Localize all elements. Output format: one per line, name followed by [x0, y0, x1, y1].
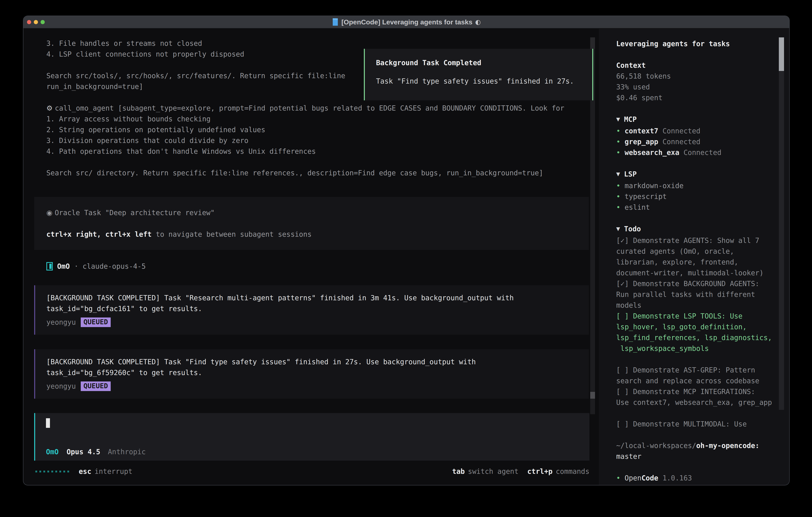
- log-line: 3. Division operations that could divide…: [46, 135, 592, 146]
- spinner-dot: [47, 471, 49, 472]
- todo-item: [✓] Demonstrate BACKGROUND AGENTS: Run p…: [616, 278, 778, 311]
- spinner-dot: [35, 471, 37, 472]
- context-used: 33% used: [616, 82, 778, 92]
- opencode-version-row: •OpenCode1.0.163: [616, 472, 778, 483]
- oracle-task-line: Oracle Task "Deep architecture review": [46, 207, 589, 218]
- collapse-triangle-icon: ▼: [616, 223, 620, 234]
- title-bar: [OpenCode] Leveraging agents for tasks ◐: [23, 16, 789, 28]
- spinner-dots-icon: [35, 471, 69, 472]
- status-dot-icon: •: [616, 148, 620, 157]
- background-task-toast[interactable]: Background Task Completed Task "Find typ…: [364, 49, 593, 100]
- status-dot-icon: •: [616, 474, 620, 482]
- message-user: yeongyu: [46, 317, 76, 328]
- oracle-hint-line: ctrl+x right, ctrl+x left to navigate be…: [46, 229, 589, 240]
- spinner-dot: [39, 471, 41, 472]
- workspace-path: ~/local-workspaces/oh-my-opencode:: [616, 440, 778, 451]
- background-task-message: [BACKGROUND TASK COMPLETED] Task "Find t…: [34, 349, 589, 399]
- context-spent: $0.46 spent: [616, 92, 778, 103]
- input-model-name: Opus 4.5: [66, 448, 100, 456]
- document-icon: [332, 18, 339, 26]
- esc-key-hint: esc: [79, 467, 91, 475]
- main-scrollbar-thumb[interactable]: [590, 392, 595, 399]
- todo-item: [ ] Demonstrate MULTIMODAL: Use: [616, 419, 778, 430]
- minimize-window-button[interactable]: [34, 20, 38, 24]
- context-heading: Context: [616, 60, 778, 71]
- input-agent-name: OmO: [46, 448, 59, 456]
- lsp-item: •typescript: [616, 191, 778, 202]
- log-line: 2. String operations on potentially unde…: [46, 124, 592, 135]
- status-dot-icon: •: [616, 193, 620, 200]
- todo-item: [ ] Demonstrate LSP TOOLS: Use lsp_hover…: [616, 311, 778, 354]
- input-provider-name: Anthropic: [108, 448, 146, 456]
- message-user: yeongyu: [46, 381, 76, 392]
- lsp-item: •markdown-oxide: [616, 180, 778, 191]
- lsp-section-header[interactable]: ▼LSP: [616, 169, 778, 180]
- todo-item: [✓] Demonstrate AGENTS: Show all 7 curat…: [616, 235, 778, 278]
- sidebar-scrollbar[interactable]: [779, 37, 784, 410]
- thinking-indicator-icon: ◐: [475, 18, 481, 26]
- agent-model: · claude-opus-4-5: [74, 262, 146, 270]
- esc-key-label: interrupt: [94, 467, 133, 475]
- tab-key-hint: tab: [452, 467, 465, 475]
- log-line: Search src/ directory. Return specific f…: [46, 167, 592, 178]
- status-bar: esc interrupt tab switch agent ctrl+p co…: [35, 466, 589, 477]
- message-body: [BACKGROUND TASK COMPLETED] Task "Resear…: [46, 293, 589, 314]
- mcp-item: •context7Connected: [616, 126, 778, 136]
- spinner-dot: [59, 471, 61, 472]
- sidebar: Leveraging agents for tasks Context 66,5…: [616, 38, 778, 483]
- text-cursor: [46, 418, 50, 428]
- collapse-triangle-icon: ▼: [616, 169, 620, 180]
- window-title-text: [OpenCode] Leveraging agents for tasks: [342, 18, 472, 26]
- status-dot-icon: •: [616, 127, 620, 135]
- log-line: 3. File handles or streams not closed: [46, 38, 592, 49]
- todo-item: [ ] Demonstrate MCP INTEGRATIONS: Use co…: [616, 386, 778, 408]
- spinner-dot: [67, 471, 69, 472]
- status-bar-right: tab switch agent ctrl+p commands: [452, 467, 589, 475]
- message-meta: yeongyu QUEUED: [46, 381, 589, 392]
- sidebar-scrollbar-thumb[interactable]: [779, 37, 784, 71]
- window-title: [OpenCode] Leveraging agents for tasks ◐: [332, 18, 481, 26]
- tool-call-line: call_omo_agent [subagent_type=explore, p…: [46, 103, 592, 113]
- agent-header: OmO · claude-opus-4-5: [46, 261, 146, 272]
- zoom-window-button[interactable]: [40, 20, 45, 24]
- todo-section-header[interactable]: ▼Todo: [616, 223, 778, 235]
- log-line: 1. Array access without bounds checking: [46, 113, 592, 124]
- input-meta: OmO Opus 4.5 Anthropic: [46, 448, 146, 456]
- status-dot-icon: •: [616, 138, 620, 146]
- message-meta: yeongyu QUEUED: [46, 317, 589, 328]
- tab-key-label: switch agent: [468, 467, 519, 475]
- mcp-item: •websearch_exaConnected: [616, 147, 778, 158]
- queued-badge: QUEUED: [81, 381, 111, 391]
- oracle-hint-keys: ctrl+x right, ctrl+x left: [46, 230, 152, 238]
- prompt-input[interactable]: OmO Opus 4.5 Anthropic: [34, 413, 589, 461]
- log-line: [46, 157, 592, 167]
- workspace-branch: master: [616, 451, 778, 462]
- status-dot-icon: •: [616, 203, 620, 211]
- spinner-dot: [51, 471, 53, 472]
- oracle-task-icon: [46, 209, 55, 217]
- ctrlp-key-label: commands: [556, 467, 589, 475]
- toast-body: Task "Find type safety issues" finished …: [376, 77, 592, 85]
- close-window-button[interactable]: [27, 20, 31, 24]
- main-scrollbar-cap: [590, 37, 595, 49]
- log-line: 4. Path operations that don't handle Win…: [46, 146, 592, 157]
- oracle-task-block: Oracle Task "Deep architecture review" c…: [34, 197, 589, 250]
- context-tokens: 66,518 tokens: [616, 71, 778, 82]
- agent-name: OmO: [57, 262, 70, 270]
- mcp-section-header[interactable]: ▼MCP: [616, 114, 778, 126]
- lsp-item: •eslint: [616, 202, 778, 213]
- opencode-window: [OpenCode] Leveraging agents for tasks ◐…: [23, 16, 790, 485]
- spinner-dot: [44, 471, 45, 472]
- collapse-triangle-icon: ▼: [616, 114, 620, 125]
- spinner-dot: [55, 471, 57, 472]
- spinner-dot: [63, 471, 65, 472]
- mcp-item: •grep_appConnected: [616, 136, 778, 147]
- queued-badge: QUEUED: [81, 318, 111, 327]
- status-dot-icon: •: [616, 182, 620, 190]
- background-task-message: [BACKGROUND TASK COMPLETED] Task "Resear…: [34, 285, 589, 335]
- message-body: [BACKGROUND TASK COMPLETED] Task "Find t…: [46, 356, 589, 378]
- oracle-hint-rest: to navigate between subagent sessions: [152, 230, 312, 238]
- omo-agent-icon: [46, 262, 53, 271]
- toast-title: Background Task Completed: [376, 59, 592, 67]
- desktop: { "window": { "title_text": "[OpenCode] …: [0, 0, 812, 517]
